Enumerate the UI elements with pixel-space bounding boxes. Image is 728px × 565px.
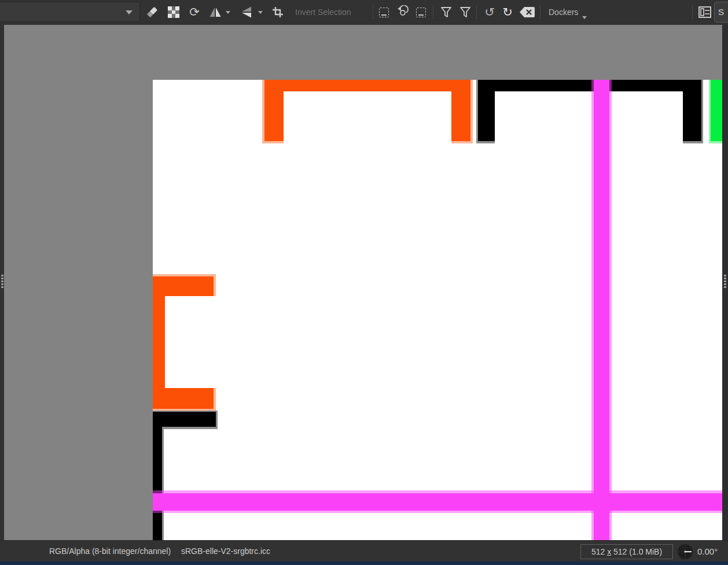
- status-bar: RGB/Alpha (8-bit integer/channel) sRGB-e…: [0, 540, 728, 562]
- toolbar-separator: [433, 5, 433, 19]
- mirror-vertical-icon: [240, 5, 253, 19]
- window-bottom-accent: [0, 562, 728, 565]
- wrap-around-icon: [271, 5, 285, 19]
- side-panel-tab-button[interactable]: S: [714, 2, 728, 23]
- main-toolbar: ⟳ Invert Select: [0, 0, 728, 25]
- brush-preset-dropdown[interactable]: [0, 2, 140, 22]
- preserve-alpha-button[interactable]: [167, 5, 181, 19]
- canvas-rotation-value: 0.00°: [697, 541, 718, 562]
- right-docker-strip: [722, 25, 728, 540]
- splitter-grip-icon[interactable]: [724, 275, 726, 289]
- chevron-down-icon: [582, 16, 587, 19]
- shape-magenta-horizontal-bar: [153, 490, 722, 513]
- color-profile-label: sRGB-elle-V2-srgbtrc.icc: [181, 546, 270, 556]
- image-size-indicator[interactable]: 512 x 512 (1.0 MiB): [580, 544, 673, 559]
- canvas-rotation-dial-icon[interactable]: [677, 544, 693, 560]
- deselect-icon: [416, 8, 426, 17]
- toolbar-separator: [476, 5, 477, 19]
- chevron-down-icon: [258, 11, 263, 14]
- mirror-vertical-options-button[interactable]: [257, 5, 264, 19]
- toolbar-separator: [540, 5, 541, 19]
- mirror-horizontal-icon: [208, 5, 222, 19]
- color-mode-label: RGB/Alpha (8-bit integer/channel): [49, 546, 171, 556]
- color-profile-status: RGB/Alpha (8-bit integer/channel) sRGB-e…: [49, 541, 270, 562]
- krita-window: ⟳ Invert Select: [0, 0, 728, 565]
- left-docker-strip: [0, 25, 4, 540]
- filter-button[interactable]: [439, 5, 453, 19]
- filter-icon: [440, 6, 453, 19]
- dockers-menu-button[interactable]: Dockers: [549, 0, 578, 25]
- deselect-button[interactable]: [414, 5, 428, 19]
- reload-preset-icon: ⟳: [189, 5, 200, 19]
- backspace-icon: [519, 6, 535, 18]
- eraser-mode-button[interactable]: [145, 5, 159, 19]
- eraser-icon: [145, 5, 159, 19]
- choose-workspace-icon: [698, 5, 712, 19]
- shape-magenta-vertical-bar: [591, 80, 612, 540]
- redo-button[interactable]: ↻: [501, 5, 514, 19]
- toolbar-separator: [692, 5, 693, 19]
- filter-button[interactable]: [458, 5, 472, 19]
- preserve-alpha-icon: [167, 6, 180, 19]
- redo-icon: ↻: [502, 5, 513, 19]
- undo-button[interactable]: ↺: [483, 5, 497, 19]
- canvas-document[interactable]: [153, 80, 722, 540]
- undo-icon: ↺: [484, 5, 495, 19]
- choose-workspace-button[interactable]: [698, 5, 712, 19]
- invert-selection-button[interactable]: Invert Selection: [295, 0, 351, 25]
- select-all-icon: [379, 8, 389, 17]
- chevron-down-icon: [226, 11, 230, 14]
- reset-rotation-button[interactable]: [395, 5, 409, 19]
- wrap-around-mode-button[interactable]: [271, 5, 285, 19]
- mirror-horizontal-button[interactable]: [208, 5, 222, 19]
- select-all-button[interactable]: [377, 5, 391, 19]
- reset-rotation-icon: [395, 5, 409, 19]
- canvas-area[interactable]: [0, 25, 728, 540]
- delete-button[interactable]: [519, 5, 536, 19]
- mirror-vertical-button[interactable]: [240, 5, 253, 19]
- reload-preset-button[interactable]: ⟳: [187, 5, 201, 19]
- splitter-grip-icon[interactable]: [1, 275, 3, 289]
- chevron-down-icon: [126, 10, 133, 14]
- mirror-horizontal-options-button[interactable]: [225, 5, 231, 19]
- toolbar-separator: [373, 5, 373, 19]
- filter-icon: [459, 6, 472, 19]
